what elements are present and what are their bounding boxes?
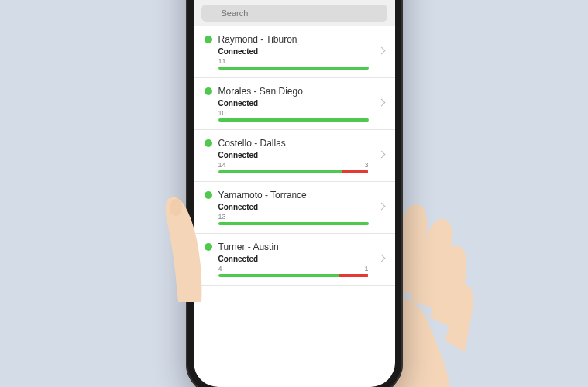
connection-status: Connected	[218, 99, 384, 108]
device-counts: 14 3	[218, 161, 384, 169]
device-counts: 10	[218, 109, 384, 117]
search-input[interactable]	[201, 5, 387, 22]
location-list: Raymond - Tiburon Connected 11 Morales -…	[194, 26, 395, 286]
progress-bar	[218, 118, 369, 122]
location-name: Costello - Dallas	[218, 138, 286, 149]
status-dot-icon	[205, 243, 212, 251]
progress-bar	[218, 222, 369, 225]
list-item[interactable]: Morales - San Diego Connected 10	[194, 78, 395, 130]
bar-bad	[339, 274, 369, 277]
list-item[interactable]: Turner - Austin Connected 4 1	[194, 234, 395, 286]
progress-bar	[218, 67, 369, 70]
connection-status: Connected	[218, 203, 384, 211]
connection-status: Connected	[218, 255, 384, 263]
device-counts: 4 1	[218, 265, 384, 272]
bar-bad	[342, 170, 368, 173]
search-bar	[194, 0, 395, 26]
list-item[interactable]: Yamamoto - Torrance Connected 13	[194, 182, 395, 234]
device-counts: 13	[218, 213, 384, 221]
connection-status: Connected	[218, 47, 384, 56]
status-dot-icon	[205, 191, 212, 199]
bar-good	[218, 170, 342, 173]
location-name: Turner - Austin	[218, 241, 279, 252]
location-name: Yamamoto - Torrance	[218, 190, 307, 200]
location-name: Morales - San Diego	[218, 86, 303, 97]
bar-good	[218, 67, 369, 70]
progress-bar	[218, 274, 369, 277]
svg-point-2	[170, 199, 182, 216]
progress-bar	[218, 170, 369, 173]
list-item[interactable]: Costello - Dallas Connected 14 3	[194, 130, 395, 182]
app-screen: Locations Devices Raymond - Tiburon Conn…	[194, 0, 395, 387]
bar-good	[218, 222, 369, 225]
phone-frame: Locations Devices Raymond - Tiburon Conn…	[186, 0, 403, 387]
status-dot-icon	[205, 139, 212, 147]
list-item[interactable]: Raymond - Tiburon Connected 11	[194, 26, 395, 78]
bar-good	[218, 274, 339, 277]
device-counts: 11	[218, 57, 384, 65]
location-name: Raymond - Tiburon	[218, 34, 297, 45]
bar-good	[218, 118, 369, 122]
status-dot-icon	[205, 36, 212, 43]
connection-status: Connected	[218, 151, 384, 159]
status-dot-icon	[205, 87, 212, 95]
